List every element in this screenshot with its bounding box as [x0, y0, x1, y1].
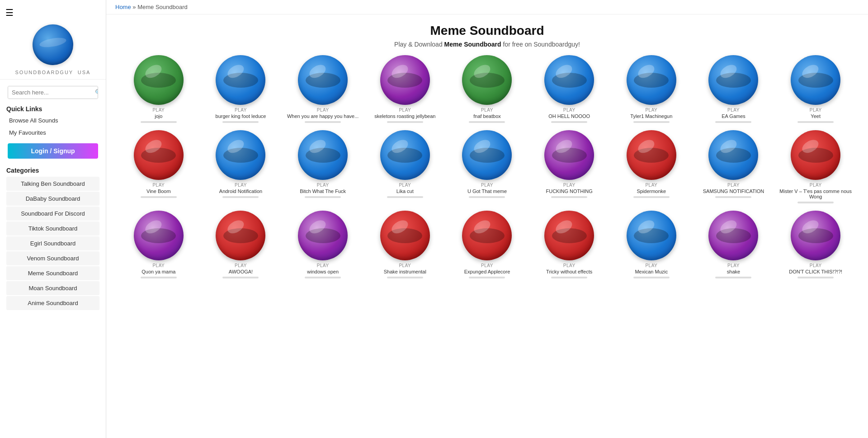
sound-button[interactable] [380, 211, 430, 260]
sound-button-inner [470, 73, 505, 88]
sound-name: AWOOGA! [229, 269, 253, 274]
sound-button[interactable] [216, 211, 265, 260]
sound-button[interactable] [134, 55, 184, 105]
login-button[interactable]: Login / Signup [8, 143, 98, 159]
sound-item[interactable]: PLAYskeletons roasting jellybean [366, 55, 444, 123]
sound-name: Tricky without effects [546, 269, 592, 274]
sound-item[interactable]: PLAYShake instrumental [366, 211, 444, 278]
sound-item[interactable]: PLAYAWOOGA! [202, 211, 280, 278]
sound-item[interactable]: PLAYExpunged Applecore [448, 211, 526, 278]
browse-all-link[interactable]: Browse All Sounds [0, 114, 106, 127]
sound-button[interactable] [708, 211, 758, 260]
play-label: PLAY [810, 263, 822, 268]
category-item[interactable]: Venom Soundboard [6, 251, 99, 265]
category-item[interactable]: Egirl Soundboard [6, 236, 99, 250]
sound-item[interactable]: PLAYFUCKING NOTHING [530, 130, 608, 203]
sound-item[interactable]: PLAYQuon ya mama [120, 211, 198, 278]
sound-name: Mister V – T'es pas comme nous Wong [777, 188, 854, 199]
sound-item[interactable]: PLAYTricky without effects [530, 211, 608, 278]
play-label: PLAY [317, 183, 329, 188]
search-input[interactable] [8, 86, 91, 99]
sound-progress-bar [551, 121, 587, 123]
sound-item[interactable]: PLAYYeet [777, 55, 854, 123]
sound-name: Spidermonke [637, 188, 666, 194]
sound-button[interactable] [791, 211, 840, 260]
logo-circle [33, 24, 73, 65]
category-item[interactable]: Anime Soundboard [6, 296, 99, 310]
sound-button[interactable] [708, 55, 758, 105]
sound-item[interactable]: PLAYSAMSUNG NOTIFICATION [695, 130, 773, 203]
sound-button[interactable] [216, 130, 265, 180]
category-item[interactable]: Meme Soundboard [6, 266, 99, 280]
sound-item[interactable]: PLAYSpidermonke [613, 130, 690, 203]
sound-button-inner [223, 148, 258, 163]
play-label: PLAY [399, 108, 411, 113]
sound-button[interactable] [380, 130, 430, 180]
sound-button[interactable] [134, 130, 184, 180]
sound-button[interactable] [462, 130, 512, 180]
sound-button-inner [387, 73, 422, 88]
sound-button[interactable] [791, 130, 840, 180]
sound-button[interactable] [462, 211, 512, 260]
sound-name: skeletons roasting jellybean [374, 113, 435, 119]
sound-button[interactable] [134, 211, 184, 260]
sound-item[interactable]: PLAYOH HELL NOOOO [530, 55, 608, 123]
sound-item[interactable]: PLAYMister V – T'es pas comme nous Wong [777, 130, 854, 203]
sound-item[interactable]: PLAYshake [695, 211, 773, 278]
hamburger-menu[interactable]: ☰ [5, 7, 14, 18]
sound-item[interactable]: PLAYEA Games [695, 55, 773, 123]
sound-progress-bar [305, 196, 341, 198]
play-label: PLAY [645, 183, 657, 188]
sound-button[interactable] [380, 55, 430, 105]
sound-button-inner [634, 148, 669, 163]
sound-item[interactable]: PLAYTyler1 Machinegun [613, 55, 690, 123]
sound-button-inner [223, 228, 258, 243]
play-label: PLAY [727, 108, 740, 113]
my-favourites-link[interactable]: My Favourites [0, 127, 106, 139]
sound-button-inner [634, 228, 669, 243]
play-label: PLAY [481, 183, 493, 188]
category-item[interactable]: Tiktok Soundboard [6, 221, 99, 235]
sound-item[interactable]: PLAYWhen you are happy you have... [284, 55, 362, 123]
categories-list: Talking Ben SoundboardDaBaby SoundboardS… [6, 176, 99, 311]
sound-name: SAMSUNG NOTIFICATION [703, 188, 764, 194]
sound-button[interactable] [544, 211, 594, 260]
sound-progress-bar [141, 196, 177, 198]
sound-button-inner [798, 228, 833, 243]
sound-button-inner [716, 228, 751, 243]
sound-item[interactable]: PLAYburger king foot leduce [202, 55, 280, 123]
category-item[interactable]: Talking Ben Soundboard [6, 177, 99, 191]
sound-name: When you are happy you have... [287, 113, 359, 119]
sound-item[interactable]: PLAYU Got That meme [448, 130, 526, 203]
sound-button[interactable] [216, 55, 265, 105]
search-button[interactable]: 🔍 [91, 86, 98, 99]
sound-button[interactable] [544, 130, 594, 180]
category-item[interactable]: Moan Soundboard [6, 281, 99, 295]
sound-item[interactable]: PLAYBitch What The Fuck [284, 130, 362, 203]
sound-item[interactable]: PLAYjojo [120, 55, 198, 123]
sound-item[interactable]: PLAYLika cut [366, 130, 444, 203]
sound-item[interactable]: PLAYDON'T CLICK THIS!?!?! [777, 211, 854, 278]
sound-progress-bar [633, 121, 670, 123]
category-item[interactable]: Soundboard For Discord [6, 207, 99, 221]
play-label: PLAY [727, 263, 740, 268]
sound-progress-bar [797, 277, 834, 278]
sound-button[interactable] [298, 130, 348, 180]
sound-button[interactable] [791, 55, 840, 105]
sound-button[interactable] [298, 211, 348, 260]
sound-button[interactable] [627, 211, 676, 260]
sound-item[interactable]: PLAYVine Boom [120, 130, 198, 203]
sound-button[interactable] [627, 130, 676, 180]
sound-button[interactable] [462, 55, 512, 105]
sound-item[interactable]: PLAYMexican Muzic [613, 211, 690, 278]
sound-button[interactable] [708, 130, 758, 180]
sound-item[interactable]: PLAYfnaf beatbox [448, 55, 526, 123]
breadcrumb-home[interactable]: Home [115, 4, 131, 10]
sound-button[interactable] [544, 55, 594, 105]
category-item[interactable]: DaBaby Soundboard [6, 192, 99, 206]
sound-button[interactable] [627, 55, 676, 105]
sound-button[interactable] [298, 55, 348, 105]
sound-name: windows open [307, 269, 339, 274]
sound-item[interactable]: PLAYwindows open [284, 211, 362, 278]
sound-item[interactable]: PLAYAndroid Notification [202, 130, 280, 203]
